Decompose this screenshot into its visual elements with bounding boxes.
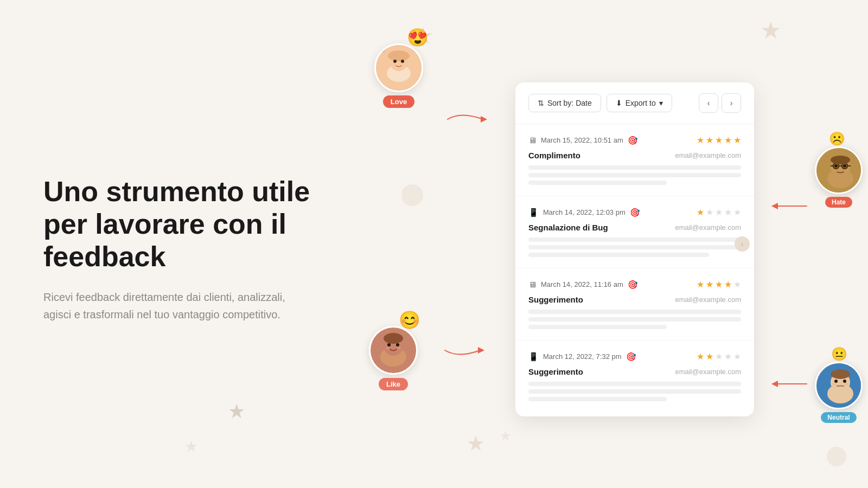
feedback-title-4: Suggerimento: [528, 367, 583, 376]
love-avatar: 😍 Love: [374, 43, 423, 108]
arrow-neutral: [771, 377, 809, 393]
star-4-3: ★: [715, 351, 723, 362]
line-2c: [528, 253, 709, 257]
like-avatar: 😊 Like: [369, 326, 418, 390]
deco-star-2: ★: [760, 16, 781, 44]
feedback-title-3: Suggerimento: [528, 295, 583, 304]
date-3: March 14, 2022, 11:16 am: [541, 280, 623, 288]
meta-left-2: 📱 March 14, 2022, 12:03 pm 🎯: [528, 208, 640, 217]
meta-left-4: 📱 March 12, 2022, 7:32 pm 🎯: [528, 352, 636, 362]
svg-point-6: [401, 60, 404, 63]
content-lines-1: [528, 165, 741, 185]
panel-toolbar: ⇅ Sort by: Date ⬇ Export to ▾ ‹ ›: [515, 82, 754, 124]
stars-4: ★ ★ ★ ★ ★: [697, 351, 741, 362]
page-wrapper: ★ ★ Uno strumento utile per lavorare con…: [0, 0, 868, 488]
mobile-icon-2: 📱: [528, 208, 539, 217]
hate-avatar-circle: [815, 146, 863, 194]
feedback-list: 🖥 March 15, 2022, 10:51 am 🎯 ★ ★ ★ ★ ★: [515, 124, 754, 416]
like-badge: Like: [379, 378, 408, 390]
feedback-email-3: email@example.com: [675, 296, 741, 304]
svg-point-4: [388, 50, 410, 61]
deco-star-left-2: ★: [184, 438, 198, 455]
svg-point-26: [843, 164, 846, 168]
feedback-panel: ⇅ Sort by: Date ⬇ Export to ▾ ‹ ›: [515, 82, 754, 416]
star-2-4: ★: [724, 207, 732, 217]
like-emoji: 😊: [399, 310, 420, 330]
line-3a: [528, 310, 741, 314]
pagination-nav: ‹ ›: [699, 93, 741, 113]
svg-marker-30: [771, 203, 778, 209]
line-3b: [528, 317, 741, 322]
star-2-2: ★: [706, 207, 713, 217]
neutral-avatar-container: 😐 Neutral: [815, 362, 863, 423]
meta-left-3: 🖥 March 14, 2022, 11:16 am 🎯: [528, 280, 638, 290]
feedback-meta-3: 🖥 March 14, 2022, 11:16 am 🎯 ★ ★ ★ ★ ★: [528, 279, 741, 290]
panel-chevron: ›: [735, 236, 750, 252]
right-section: ★ ★ ★ ★ 😍: [358, 0, 868, 488]
sort-button[interactable]: ⇅ Sort by: Date: [528, 94, 601, 112]
target-icon-1: 🎯: [628, 136, 638, 145]
star-4-2: ★: [706, 351, 713, 362]
export-icon: ⬇: [616, 99, 622, 107]
svg-point-5: [393, 60, 397, 63]
line-2b: [528, 245, 741, 249]
hate-emoji: ☹️: [829, 131, 845, 146]
feedback-title-row-2: Segnalazione di Bug email@example.com: [528, 223, 741, 232]
svg-point-16: [386, 347, 390, 349]
stars-1: ★ ★ ★ ★ ★: [697, 135, 741, 145]
deco-circle-3: [827, 447, 846, 466]
star-3-4: ★: [724, 279, 732, 290]
feedback-title-2: Segnalazione di Bug: [528, 223, 608, 232]
star-2-1: ★: [697, 207, 704, 217]
sort-label: Sort by: Date: [547, 99, 592, 107]
line-1c: [528, 181, 667, 185]
like-avatar-circle: [369, 326, 418, 375]
left-section: ★ ★ Uno strumento utile per lavorare con…: [0, 0, 358, 488]
svg-marker-39: [771, 381, 778, 387]
love-emoji: 😍: [407, 27, 429, 48]
svg-point-27: [831, 156, 850, 164]
deco-star-3: ★: [467, 432, 485, 455]
next-page-button[interactable]: ›: [722, 93, 741, 113]
line-4c: [528, 397, 667, 401]
line-4a: [528, 382, 741, 386]
mobile-icon-4: 📱: [528, 352, 539, 362]
svg-marker-9: [481, 116, 487, 123]
deco-star-left-1: ★: [228, 400, 245, 423]
star-3-5: ★: [733, 279, 741, 290]
star-3-2: ★: [706, 279, 713, 290]
feedback-meta-2: 📱 March 14, 2022, 12:03 pm 🎯 ★ ★ ★ ★ ★: [528, 207, 741, 217]
date-4: March 12, 2022, 7:32 pm: [543, 352, 622, 361]
love-avatar-circle: [374, 43, 423, 92]
star-1-2: ★: [706, 135, 713, 145]
arrow-like: [442, 339, 486, 363]
target-icon-3: 🎯: [628, 280, 638, 290]
svg-point-14: [387, 343, 391, 346]
target-icon-2: 🎯: [630, 208, 640, 217]
star-1-5: ★: [733, 135, 741, 145]
line-1a: [528, 165, 741, 170]
content-lines-4: [528, 382, 741, 401]
star-4-5: ★: [733, 351, 741, 362]
line-4b: [528, 389, 741, 394]
prev-page-button[interactable]: ‹: [699, 93, 718, 113]
line-3c: [528, 325, 667, 329]
arrow-hate: [771, 200, 809, 215]
desktop-icon-3: 🖥: [528, 280, 537, 289]
hate-avatar-container: ☹️ Hate: [815, 146, 863, 208]
star-2-5: ★: [733, 207, 741, 217]
svg-point-37: [832, 383, 837, 385]
feedback-email-2: email@example.com: [675, 223, 741, 232]
sort-icon: ⇅: [538, 99, 544, 107]
feedback-email-1: email@example.com: [675, 151, 741, 159]
export-button[interactable]: ⬇ Export to ▾: [607, 94, 672, 112]
page-subtitle: Ricevi feedback direttamente dai clienti…: [43, 288, 304, 323]
date-1: March 15, 2022, 10:51 am: [541, 136, 623, 144]
export-chevron-icon: ▾: [659, 99, 663, 107]
star-1-1: ★: [697, 135, 704, 145]
export-label: Export to: [626, 99, 656, 107]
feedback-item-1: 🖥 March 15, 2022, 10:51 am 🎯 ★ ★ ★ ★ ★: [515, 124, 754, 196]
deco-star-4: ★: [499, 428, 512, 445]
feedback-email-4: email@example.com: [675, 368, 741, 376]
feedback-title-1: Complimento: [528, 151, 580, 160]
